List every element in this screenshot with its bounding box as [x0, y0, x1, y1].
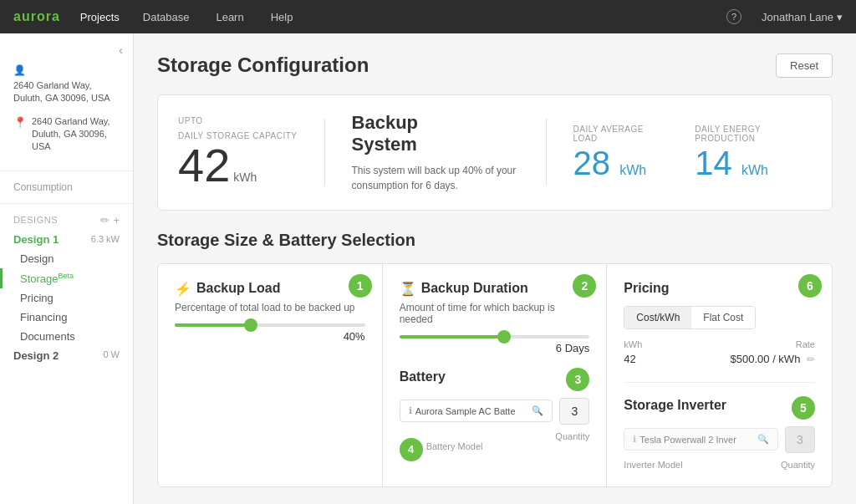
location-icon: 📍	[13, 116, 27, 129]
pricing-title: Pricing	[624, 281, 815, 296]
backup-load-title: ⚡ Backup Load	[175, 281, 365, 297]
backup-load-desc: Percentage of total load to be backed up	[175, 302, 365, 313]
reset-button[interactable]: Reset	[776, 53, 833, 78]
nav-item-database[interactable]: Database	[140, 11, 193, 23]
energy-prod-value: 14 kWh	[695, 145, 768, 181]
sidebar-item-pricing[interactable]: Pricing	[0, 288, 133, 308]
add-design-button[interactable]: +	[113, 214, 120, 227]
sidebar-item-design[interactable]: Design	[0, 249, 133, 268]
pricing-header-kwh: kWh	[624, 339, 642, 349]
sidebar: ‹ 👤 2640 Garland Way, Duluth, GA 30096, …	[0, 33, 134, 504]
storage-selection-grid: 1 ⚡ Backup Load Percentage of total load…	[157, 263, 833, 487]
pricing-edit-icon[interactable]: ✏	[807, 354, 815, 365]
backup-system-title: BackupSystem	[352, 112, 519, 156]
slider-fill-1	[175, 323, 251, 327]
backup-duration-slider[interactable]	[400, 335, 590, 339]
daily-storage-capacity: UPTO DAILY STORAGE CAPACITY 42 kWh	[178, 116, 298, 189]
daily-avg-label: DAILY AVERAGE LOAD	[573, 125, 662, 143]
user-menu[interactable]: Jonathan Lane ▾	[762, 11, 843, 23]
battery-search-icon[interactable]: 🔍	[532, 405, 543, 416]
config-stats: DAILY AVERAGE LOAD 28 kWh DAILY ENERGY P…	[573, 125, 812, 180]
energy-prod-label: DAILY ENERGY PRODUCTION	[695, 125, 812, 143]
panel-number-3: 3	[566, 368, 589, 391]
designs-actions: ✏ +	[100, 214, 120, 227]
backup-system-info: BackupSystem This system will back up 40…	[352, 112, 519, 193]
user-name: Jonathan Lane	[762, 11, 833, 23]
panel-number-5: 5	[792, 396, 815, 420]
battery-model-row: ℹ Aurora Sample AC Batte 🔍 3	[400, 398, 590, 425]
help-icon-button[interactable]: ?	[726, 9, 741, 24]
info-icon: ℹ	[409, 405, 412, 416]
page-header: Storage Configuration Reset	[157, 53, 833, 78]
pricing-table-header: kWh Rate	[624, 339, 815, 349]
slider-thumb-1[interactable]	[244, 318, 257, 332]
hourglass-icon: ⏳	[400, 281, 416, 297]
slider-thumb-2[interactable]	[497, 330, 511, 344]
battery-model-label: Battery Model	[426, 441, 483, 451]
inverter-model-row: ℹ Tesla Powerwall 2 Inver 🔍 3	[624, 426, 815, 453]
designs-header: DESIGNS ✏ +	[0, 211, 133, 230]
kwh-value: 42	[178, 142, 230, 189]
inverter-labels: Inverter Model Quantity	[624, 460, 815, 470]
lightning-icon: ⚡	[175, 281, 191, 297]
design2-group: Design 2 0 W	[0, 346, 133, 365]
main-content: Storage Configuration Reset UPTO DAILY S…	[134, 33, 856, 504]
backup-duration-title: ⏳ Backup Duration	[400, 281, 590, 297]
pricing-table: kWh Rate 42 $500.00 / kWh ✏	[624, 339, 815, 365]
storage-inverter-section: Storage Inverter 5 ℹ Tesla Powerwall 2 I…	[624, 382, 815, 470]
edit-designs-button[interactable]: ✏	[100, 214, 110, 227]
kwh-unit: kWh	[233, 171, 257, 184]
card-divider2	[546, 119, 547, 186]
sidebar-item-documents[interactable]: Documents	[0, 327, 133, 346]
battery-quantity: 3	[559, 398, 589, 425]
inverter-model-text: Tesla Powerwall 2 Inver	[639, 435, 754, 445]
card-divider1	[324, 119, 325, 186]
battery-title: Battery	[400, 369, 446, 384]
pricing-rate-value: $500.00 / kWh ✏	[731, 353, 815, 365]
design2-title[interactable]: Design 2 0 W	[0, 346, 133, 365]
panel-number-6: 6	[798, 274, 822, 298]
nav-item-help[interactable]: Help	[268, 11, 297, 23]
battery-section: Battery 3 ℹ Aurora Sample AC Batte 🔍 3	[400, 368, 590, 461]
nav-item-learn[interactable]: Learn	[212, 11, 247, 23]
person-icon: 👤	[13, 64, 120, 78]
nav-item-projects[interactable]: Projects	[80, 11, 120, 23]
inverter-model-select[interactable]: ℹ Tesla Powerwall 2 Inver 🔍	[624, 428, 778, 451]
slider-track-2	[400, 335, 590, 339]
designs-label: DESIGNS	[13, 215, 95, 225]
sidebar-item-financing[interactable]: Financing	[0, 308, 133, 327]
pricing-tabs: Cost/kWh Flat Cost	[624, 306, 756, 329]
panel-number-4: 4	[400, 438, 423, 461]
battery-model-text: Aurora Sample AC Batte	[415, 406, 529, 416]
tab-flat-cost[interactable]: Flat Cost	[691, 307, 755, 328]
pricing-table-row: 42 $500.00 / kWh ✏	[624, 353, 815, 365]
backup-system-desc: This system will back up 40% of your con…	[352, 163, 519, 193]
battery-labels: 4 Battery Model Quantity	[400, 431, 590, 461]
tab-cost-per-kwh[interactable]: Cost/kWh	[624, 307, 691, 328]
top-nav: aurora Projects Database Learn Help ? Jo…	[0, 0, 856, 33]
sidebar-item-storage[interactable]: StorageBeta	[0, 268, 133, 288]
pricing-kwh-value: 42	[624, 353, 635, 365]
collapse-button[interactable]: ‹	[119, 43, 123, 57]
sidebar-collapse: ‹	[0, 43, 133, 64]
panel-number-1: 1	[349, 274, 372, 298]
inverter-info-icon: ℹ	[633, 434, 636, 445]
backup-load-panel: 1 ⚡ Backup Load Percentage of total load…	[158, 264, 383, 486]
user-chevron-icon: ▾	[837, 11, 843, 23]
design1-title[interactable]: Design 1 6.3 kW	[0, 230, 133, 249]
main-layout: ‹ 👤 2640 Garland Way, Duluth, GA 30096, …	[0, 33, 856, 504]
backup-load-slider[interactable]	[175, 323, 365, 327]
page-title: Storage Configuration	[157, 53, 369, 77]
backup-duration-desc: Amount of time for which backup is neede…	[400, 302, 590, 325]
design1-group: Design 1 6.3 kW Design StorageBeta Prici…	[0, 230, 133, 346]
inverter-search-icon[interactable]: 🔍	[757, 434, 769, 445]
sidebar-address-primary: 👤 2640 Garland Way, Duluth, GA 30096, US…	[0, 64, 133, 115]
inverter-quantity: 3	[785, 426, 815, 453]
storage-config-card: UPTO DAILY STORAGE CAPACITY 42 kWh Backu…	[157, 94, 833, 211]
sidebar-address-secondary: 📍 2640 Garland Way, Duluth, GA 30096, US…	[0, 115, 133, 164]
consumption-label: Consumption	[0, 178, 133, 196]
battery-model-select[interactable]: ℹ Aurora Sample AC Batte 🔍	[400, 400, 553, 422]
storage-size-title: Storage Size & Battery Selection	[157, 231, 833, 250]
pricing-header-rate: Rate	[796, 339, 815, 349]
daily-avg-load-stat: DAILY AVERAGE LOAD 28 kWh	[573, 125, 662, 180]
